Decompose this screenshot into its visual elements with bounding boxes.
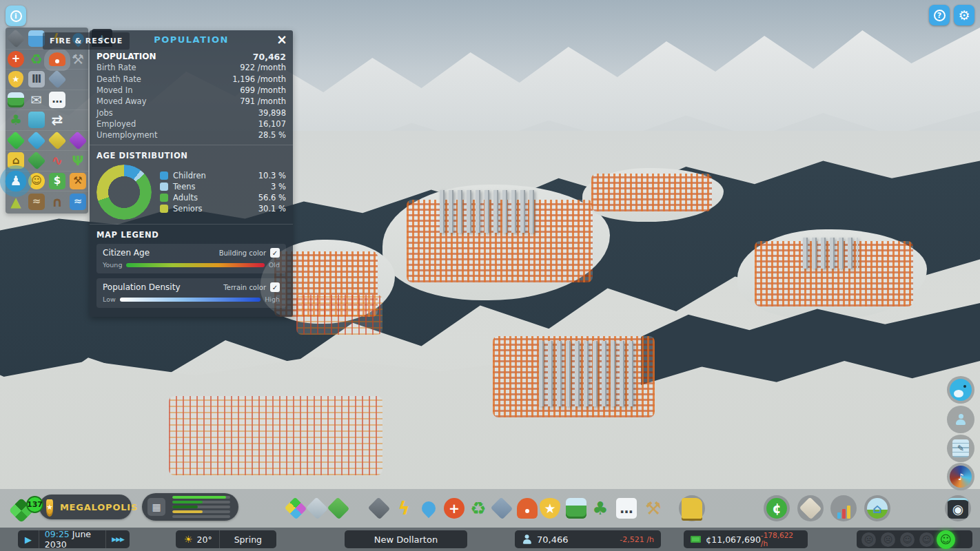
roads-icon[interactable] (368, 497, 391, 520)
roads-icon-slot[interactable] (366, 495, 392, 521)
administration-infoview-icon[interactable]: Ⅲ (28, 71, 45, 87)
photo-mode-icon-slot[interactable]: ◉ (945, 495, 971, 521)
settings-button[interactable]: ⚙ (954, 5, 974, 25)
happiness-infoview-icon[interactable]: ☺ (28, 173, 45, 189)
city-name-pill[interactable]: New Dollarton (345, 530, 467, 548)
roads-infoview-icon[interactable] (6, 30, 25, 48)
journal-button[interactable]: ✎ (947, 435, 974, 462)
maintenance-infoview-icon[interactable]: ⚒ (70, 51, 86, 67)
water-icon-slot[interactable] (416, 495, 442, 521)
land-price-infoview-icon[interactable] (27, 152, 45, 170)
transportation-infoview-icon[interactable] (8, 92, 24, 107)
infoviews-toggle-button[interactable]: i (6, 6, 26, 26)
legend-low-label: Low (103, 295, 116, 303)
land-use-infoview-icon[interactable] (48, 131, 66, 149)
progression-icon-slot[interactable]: ⌂ (864, 495, 890, 521)
stat-row: Birth Rate922 /month (96, 62, 286, 73)
milestone-pill[interactable]: ★ MEGALOPOLIS (39, 495, 132, 519)
population-infoview-icon[interactable]: ♟ (6, 170, 27, 191)
map-tiles-button[interactable]: 137 (11, 499, 34, 522)
telecom-infoview-icon[interactable]: … (49, 92, 65, 108)
residential-infoview-icon[interactable]: ⌂ (8, 152, 24, 169)
transportation-icon-slot[interactable] (563, 495, 589, 521)
police-infoview-icon[interactable]: ★ (8, 71, 23, 87)
landscaping-icon-slot[interactable] (325, 495, 351, 521)
happiness-face[interactable]: ☹ (861, 532, 876, 547)
growth-infoview-icon[interactable]: Ψ (70, 152, 86, 169)
infoviews-map-icon[interactable] (799, 497, 822, 520)
radio-button[interactable]: ♪ (947, 463, 974, 490)
close-icon[interactable]: × (276, 31, 287, 48)
parks-icon[interactable]: ♣ (590, 498, 611, 519)
ground-pollution-infoview-icon[interactable]: ≈ (28, 194, 45, 210)
infoviews-map-icon-slot[interactable] (797, 495, 824, 521)
economy-icon-slot[interactable]: ¢ (764, 495, 790, 521)
citizens-button[interactable] (947, 406, 974, 433)
noise-pollution-infoview-icon[interactable]: ∩ (49, 194, 65, 210)
panel-title: POPULATION (154, 34, 229, 45)
statistics-icon[interactable] (833, 498, 854, 519)
zones-infoview-icon[interactable] (27, 131, 45, 149)
terrain-infoview-icon[interactable]: ▲ (8, 194, 24, 210)
money-amount: ¢11,067,690 (706, 534, 761, 545)
landscaping-icon[interactable] (327, 497, 350, 520)
map-legend-section: MAP LEGEND Citizen Age Building color ✓ … (90, 224, 293, 317)
police-icon-slot[interactable]: ★ (537, 495, 563, 521)
fire-rescue-infoview-icon[interactable] (49, 52, 65, 66)
electricity-icon[interactable]: ϟ (394, 498, 414, 519)
groundwater-infoview-icon[interactable]: ≈ (70, 194, 86, 210)
money-infoview-icon[interactable]: $ (49, 173, 65, 189)
photo-mode-icon[interactable]: ◉ (948, 498, 968, 519)
chirper-bird-icon (950, 379, 972, 401)
outside-connections-infoview-icon[interactable]: ⇄ (49, 112, 65, 128)
water-icon[interactable] (419, 499, 438, 518)
workplaces-infoview-icon[interactable]: ⚒ (70, 173, 86, 189)
play-button[interactable]: ▶ (18, 534, 39, 545)
post-infoview-icon[interactable]: ✉ (28, 92, 45, 108)
levels-infoview-icon[interactable] (68, 131, 87, 149)
progression-icon[interactable]: ⌂ (867, 498, 888, 519)
tourism-infoview-icon[interactable] (28, 112, 45, 128)
education-infoview-icon[interactable] (48, 70, 66, 89)
building-color-checkbox[interactable]: ✓ (270, 248, 280, 258)
money-pill[interactable]: ¢11,067,690 -178,622 /h (684, 530, 808, 548)
help-button[interactable]: ? (929, 5, 950, 25)
happiness-face[interactable]: ☺ (937, 530, 955, 549)
communications-icon-slot[interactable]: … (613, 495, 640, 521)
happiness-face[interactable]: ☹ (881, 532, 895, 547)
parks-icon-slot[interactable]: ♣ (587, 495, 613, 521)
speed-button[interactable]: ▶▶▶ (106, 536, 130, 543)
fire-rescue-icon[interactable] (517, 498, 538, 519)
land-value-infoview-icon[interactable] (6, 131, 25, 149)
police-icon[interactable]: ★ (540, 498, 560, 519)
main-toolbar: 137 ★ MEGALOPOLIS ▦ ϟ+♻★♣…⚒¢⌂◉ (0, 489, 980, 528)
chirper-button[interactable] (947, 376, 974, 404)
electricity-icon-slot[interactable]: ϟ (391, 495, 417, 521)
happiness-face[interactable]: ☺ (900, 532, 915, 547)
garbage-icon[interactable]: ♻ (468, 498, 489, 519)
population-pill[interactable]: 70,466 -2,521 /h (515, 530, 661, 548)
garbage-icon-slot[interactable]: ♻ (465, 495, 491, 521)
education-icon-slot[interactable] (489, 495, 515, 521)
bulldozer-icon[interactable] (682, 498, 702, 519)
transportation-icon[interactable] (566, 498, 586, 519)
statistics-icon-slot[interactable] (830, 495, 857, 521)
terrain-color-checkbox[interactable]: ✓ (270, 282, 280, 292)
healthcare-infoview-icon[interactable]: + (8, 51, 24, 67)
terraforming-shovel-icon[interactable]: ⚒ (643, 498, 664, 519)
healthcare-icon[interactable]: + (444, 498, 465, 519)
economy-icon[interactable]: ¢ (766, 498, 787, 519)
garbage-infoview-icon[interactable]: ♻ (28, 51, 45, 67)
education-icon[interactable] (491, 497, 513, 520)
age-legend: Children10.3 %Teens3 %Adults56.6 %Senior… (160, 170, 286, 214)
demand-pill[interactable]: ▦ (142, 493, 238, 521)
terraforming-shovel-icon-slot[interactable]: ⚒ (640, 495, 666, 521)
communications-icon[interactable]: … (616, 498, 637, 519)
happiness-face[interactable]: ☺ (919, 532, 934, 547)
statistics-infoview-icon[interactable]: ∿ (49, 152, 65, 169)
bulldozer-icon-slot[interactable] (679, 495, 705, 521)
stat-row: Moved In699 /month (96, 85, 286, 96)
weather-pill[interactable]: ☀ 20° Spring (176, 530, 276, 548)
healthcare-icon-slot[interactable]: + (441, 495, 467, 521)
parks-infoview-icon[interactable]: ♣ (8, 112, 24, 128)
